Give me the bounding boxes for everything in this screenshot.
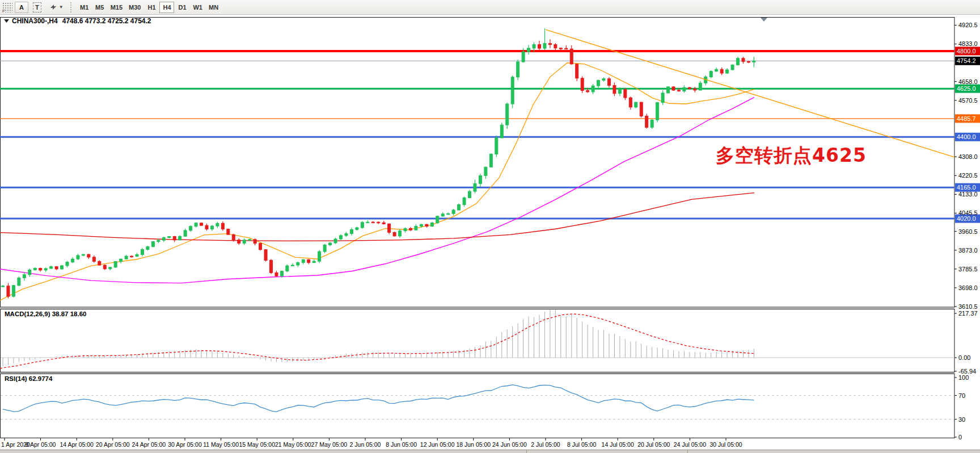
x-tick-label: 21 May 05:00 <box>275 441 311 448</box>
candle <box>624 90 627 98</box>
y-tick-label: 4133.0 <box>958 191 978 198</box>
timeframe-d1-button[interactable]: D1 <box>175 2 189 13</box>
x-tick-label: 30 Apr 05:00 <box>168 441 202 448</box>
candle <box>495 138 498 154</box>
rsi-panel[interactable] <box>1 374 955 438</box>
timeframe-w1-button[interactable]: W1 <box>190 2 205 13</box>
grip-f-label: F <box>2 9 5 14</box>
candle <box>312 261 315 262</box>
title-dropdown-icon[interactable] <box>4 19 9 23</box>
candle <box>61 266 64 269</box>
candle <box>527 48 530 52</box>
candle <box>157 240 160 241</box>
x-tick-label: 30 Jul 05:00 <box>709 441 742 448</box>
candle <box>205 225 208 229</box>
x-tick-label: 8 Jul 05:00 <box>567 441 597 448</box>
candle <box>297 262 299 265</box>
timeframe-m30-button[interactable]: M30 <box>126 2 143 13</box>
price-badge-label: 4485.7 <box>957 115 976 122</box>
candle <box>511 77 514 104</box>
candle <box>18 278 20 286</box>
timeframe-m15-button[interactable]: M15 <box>108 2 125 13</box>
candle <box>28 270 31 274</box>
y-tick-label: 3873.0 <box>958 247 978 254</box>
trading-terminal: F A T ▼ M1M5M15M30H1H4D1W1MN 48 <box>0 0 980 453</box>
tab-edge <box>526 450 527 453</box>
candle <box>173 236 176 240</box>
label-tool-button[interactable]: A <box>15 2 28 13</box>
candle <box>436 216 439 223</box>
timeframe-m1-button[interactable]: M1 <box>77 2 92 13</box>
candle <box>259 244 262 250</box>
candle <box>420 224 423 226</box>
x-tick-label: 20 Jul 05:00 <box>637 441 670 448</box>
candle <box>286 266 289 271</box>
rsi-tick-label: 100 <box>958 374 969 381</box>
candle <box>366 222 369 223</box>
slow-ma-line[interactable] <box>0 193 754 241</box>
x-tick-label: 15 May 05:00 <box>239 441 275 448</box>
candle <box>55 267 58 269</box>
candle <box>33 268 36 270</box>
candle <box>613 85 616 93</box>
candle <box>559 48 562 49</box>
candle <box>570 49 573 64</box>
y-tick-label: 4920.5 <box>958 22 978 28</box>
candle <box>382 223 385 224</box>
candle <box>302 259 305 262</box>
candle <box>168 236 171 237</box>
x-tick-label: 11 May 05:00 <box>203 441 239 448</box>
candle <box>12 286 15 296</box>
timeframe-m5-button[interactable]: M5 <box>92 2 107 13</box>
y-tick-label: 4308.0 <box>958 153 978 160</box>
candle <box>747 61 750 62</box>
chart-canvas[interactable]: 4800.04754.24625.04485.74400.04165.04020… <box>0 0 980 453</box>
chart-annotation-text[interactable]: 多空转折点4625 <box>716 143 867 169</box>
fast-ma-line[interactable] <box>0 63 754 300</box>
timeframe-h4-button[interactable]: H4 <box>159 2 174 13</box>
macd-panel[interactable] <box>1 309 955 372</box>
candle <box>715 69 718 71</box>
candle <box>581 78 584 91</box>
candle <box>291 265 294 266</box>
timeframe-mn-button[interactable]: MN <box>206 2 221 13</box>
candle <box>210 226 213 229</box>
y-tick-label: 3698.0 <box>958 284 978 291</box>
candle <box>334 239 337 243</box>
candle <box>66 262 69 266</box>
candle <box>377 222 380 223</box>
text-tool-button[interactable]: T <box>29 2 45 13</box>
candle <box>688 87 691 89</box>
candle <box>447 213 450 214</box>
timeframe-h1-button[interactable]: H1 <box>144 2 159 13</box>
x-tick-label: 12 Jun 05:00 <box>420 441 455 448</box>
candle <box>227 229 230 235</box>
toolbar-separator <box>70 2 74 12</box>
y-tick-label: 4220.5 <box>958 172 978 179</box>
candle <box>543 43 546 48</box>
candle <box>87 254 90 257</box>
candle <box>44 269 47 270</box>
candle <box>517 62 519 77</box>
y-tick-label: 3960.5 <box>958 228 978 235</box>
candle <box>146 246 149 249</box>
tab-bar-strip[interactable] <box>0 450 980 453</box>
candle <box>661 93 664 103</box>
candle <box>597 80 600 86</box>
x-tick-label: 14 Apr 05:00 <box>60 441 94 448</box>
dropdown-caret-icon: ▼ <box>59 5 64 10</box>
candle <box>484 167 487 175</box>
mid-ma-line[interactable] <box>0 97 754 283</box>
macd-tick-label: 0.00 <box>958 354 970 361</box>
candle <box>489 154 492 167</box>
candle <box>409 228 412 230</box>
price-badge-label: 4165.0 <box>957 184 976 191</box>
candle <box>742 58 745 62</box>
candle <box>77 255 79 259</box>
macd-signal-line <box>0 314 754 368</box>
cycle-windows-button[interactable]: ▼ <box>46 2 67 13</box>
trendline[interactable] <box>546 30 954 157</box>
candle <box>683 87 686 91</box>
y-tick-label: 3785.5 <box>958 266 978 272</box>
candle <box>607 79 610 86</box>
